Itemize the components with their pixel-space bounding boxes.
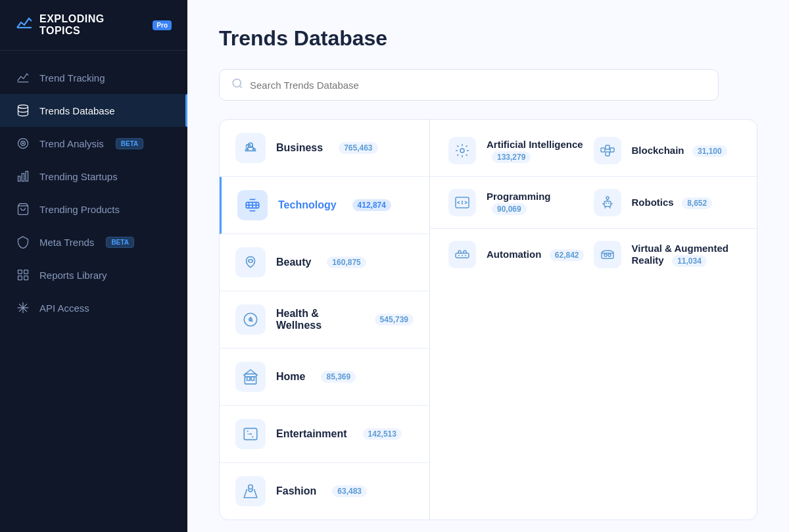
- category-count-technology: 412,874: [352, 199, 391, 211]
- category-item-technology[interactable]: Technology 412,874: [220, 177, 429, 234]
- sidebar-item-trending-products[interactable]: Trending Products: [0, 193, 187, 226]
- svg-point-22: [252, 149, 254, 151]
- sidebar: EXPLODING TOPICS Pro Trend Tracking Tren…: [0, 0, 187, 532]
- svg-rect-6: [18, 176, 20, 181]
- subcategories-panel: Artificial Intelligence 133,279 Blockcha…: [430, 120, 757, 520]
- svg-point-56: [462, 255, 463, 256]
- svg-rect-32: [247, 377, 250, 380]
- chart-line-icon: [16, 70, 30, 85]
- sidebar-item-meta-trends[interactable]: Meta Trends BETA: [0, 226, 187, 258]
- sidebar-label-trending-startups: Trending Startups: [39, 171, 118, 182]
- chart-bar-icon: [16, 169, 30, 183]
- meta-trends-beta-badge: BETA: [106, 237, 133, 248]
- vr-count: 11,034: [672, 255, 707, 267]
- search-bar[interactable]: [219, 69, 719, 101]
- logo-text: EXPLODING TOPICS: [39, 13, 143, 37]
- category-count-health-wellness: 545,739: [375, 314, 414, 326]
- category-item-health-wellness[interactable]: Health & Wellness 545,739: [220, 291, 429, 349]
- sidebar-label-api-access: API Access: [39, 302, 89, 314]
- subcategory-row-1: Artificial Intelligence 133,279 Blockcha…: [430, 125, 757, 177]
- svg-rect-46: [604, 201, 611, 206]
- svg-rect-8: [26, 172, 28, 181]
- category-item-fashion[interactable]: Fashion 63,483: [220, 463, 429, 520]
- category-count-home: 85,369: [321, 371, 356, 383]
- svg-point-2: [18, 105, 28, 109]
- automation-name: Automation: [487, 249, 541, 260]
- svg-point-58: [604, 254, 607, 256]
- sidebar-item-trend-tracking[interactable]: Trend Tracking: [0, 61, 187, 94]
- category-item-business[interactable]: Business 765,463: [220, 120, 429, 177]
- business-icon-wrap: [235, 133, 266, 163]
- subcategory-blockchain[interactable]: Blockchain 31,100: [594, 137, 739, 164]
- category-item-home[interactable]: Home 85,369: [220, 349, 429, 406]
- category-name-beauty: Beauty: [276, 256, 311, 268]
- svg-rect-39: [606, 152, 610, 156]
- svg-rect-13: [24, 276, 28, 280]
- svg-point-47: [606, 197, 609, 199]
- robotics-icon-wrap: [594, 189, 621, 216]
- svg-point-21: [247, 149, 249, 151]
- sidebar-item-trend-analysis[interactable]: Trend Analysis BETA: [0, 127, 187, 160]
- svg-rect-11: [24, 270, 28, 274]
- main-content: Trends Database Business 765,463 Techn: [187, 0, 789, 532]
- robotics-count: 8,652: [682, 197, 712, 209]
- svg-line-19: [239, 85, 241, 87]
- sidebar-item-reports-library[interactable]: Reports Library: [0, 258, 187, 291]
- circle-target-icon: [16, 136, 30, 151]
- svg-rect-38: [606, 145, 610, 149]
- svg-line-42: [610, 147, 610, 150]
- database-icon: [16, 103, 30, 118]
- category-name-technology: Technology: [278, 199, 337, 211]
- logo[interactable]: EXPLODING TOPICS Pro: [0, 0, 187, 51]
- svg-point-35: [249, 485, 253, 489]
- svg-point-59: [608, 254, 611, 256]
- categories-container: Business 765,463 Technology 412,874 Beau…: [219, 119, 757, 520]
- programming-count: 90,069: [492, 203, 527, 215]
- blockchain-count: 31,100: [692, 145, 727, 157]
- search-icon: [231, 78, 243, 92]
- sidebar-label-trend-tracking: Trend Tracking: [39, 72, 105, 84]
- svg-rect-37: [601, 148, 605, 152]
- ai-count: 133,279: [492, 151, 531, 163]
- sidebar-item-trends-database[interactable]: Trends Database: [0, 94, 187, 127]
- sidebar-item-api-access[interactable]: API Access: [0, 291, 187, 324]
- blockchain-name: Blockchain: [632, 145, 684, 156]
- sidebar-item-trending-startups[interactable]: Trending Startups: [0, 160, 187, 193]
- category-count-beauty: 160,875: [327, 256, 366, 268]
- svg-point-50: [606, 203, 607, 204]
- category-item-beauty[interactable]: Beauty 160,875: [220, 234, 429, 291]
- subcategory-ai[interactable]: Artificial Intelligence 133,279: [448, 137, 594, 164]
- search-input[interactable]: [250, 80, 706, 91]
- robotics-name: Robotics: [632, 197, 674, 208]
- shield-icon: [16, 235, 30, 249]
- category-name-business: Business: [276, 142, 323, 154]
- subcategory-vr[interactable]: Virtual & Augmented Reality 11,034: [594, 241, 739, 268]
- category-name-health-wellness: Health & Wellness: [276, 308, 359, 331]
- vr-icon-wrap: [594, 241, 621, 268]
- svg-rect-33: [251, 377, 254, 380]
- svg-point-5: [22, 143, 24, 144]
- subcategory-automation[interactable]: Automation 62,842: [448, 241, 594, 268]
- sidebar-label-reports-library: Reports Library: [39, 270, 107, 281]
- beauty-icon-wrap: [235, 247, 266, 278]
- grid-dots-icon: [16, 268, 30, 282]
- logo-pro-badge: Pro: [153, 20, 172, 30]
- subcategory-robotics[interactable]: Robotics 8,652: [594, 189, 739, 216]
- svg-point-57: [465, 255, 466, 256]
- cart-icon: [16, 202, 30, 216]
- category-name-fashion: Fashion: [276, 485, 316, 497]
- category-item-entertainment[interactable]: Entertainment 142,513: [220, 406, 429, 463]
- svg-line-53: [610, 206, 610, 208]
- svg-point-55: [458, 255, 460, 256]
- entertainment-icon-wrap: [235, 419, 266, 449]
- subcategory-programming[interactable]: Programming 90,069: [448, 189, 594, 216]
- sidebar-label-trends-database: Trends Database: [39, 105, 115, 116]
- asterisk-icon: [16, 301, 30, 315]
- svg-point-36: [460, 149, 464, 153]
- svg-point-28: [249, 260, 253, 262]
- svg-rect-40: [610, 148, 614, 152]
- category-name-home: Home: [276, 371, 305, 383]
- page-title: Trends Database: [219, 26, 757, 51]
- svg-point-51: [608, 203, 610, 204]
- programming-name: Programming: [487, 191, 551, 202]
